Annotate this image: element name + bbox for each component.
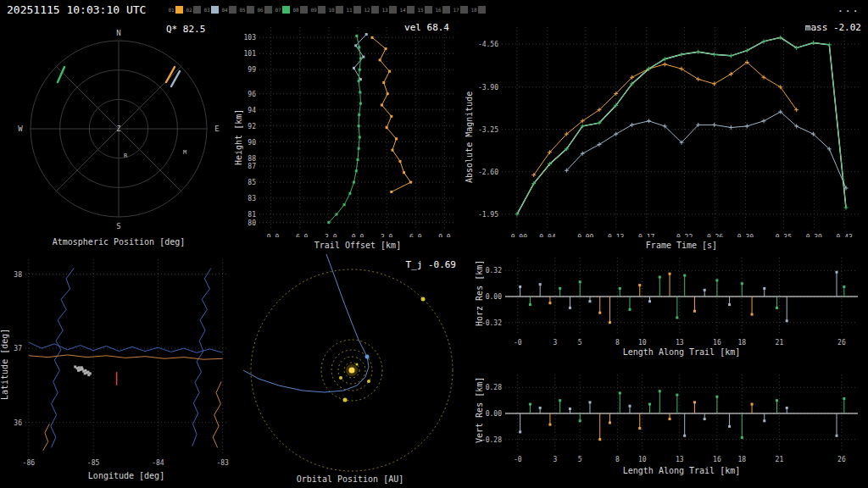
svg-text:M: M <box>183 149 186 156</box>
station-toggle-10[interactable]: 10 <box>328 3 346 15</box>
station-number-label: 14 <box>399 7 405 13</box>
station-toggle-01[interactable]: 01 <box>168 3 186 15</box>
svg-text:0.32: 0.32 <box>486 267 502 274</box>
meteoroid-marker <box>365 355 370 359</box>
horz-res-xlabel: Length Along Trail [km] <box>505 347 858 357</box>
station-toggle-15[interactable]: 15 <box>417 3 435 15</box>
svg-text:-1.95: -1.95 <box>478 211 498 219</box>
jupiter-marker <box>421 297 426 302</box>
svg-text:21: 21 <box>776 339 784 347</box>
sky-polar-plot: NESWZRM <box>7 20 236 232</box>
svg-text:94: 94 <box>248 107 256 114</box>
station-color-swatch <box>478 6 486 14</box>
svg-text:-9.0: -9.0 <box>263 234 279 237</box>
svg-text:3.0: 3.0 <box>381 234 393 237</box>
svg-text:10: 10 <box>638 456 647 463</box>
svg-text:103: 103 <box>244 34 256 42</box>
svg-text:6.0: 6.0 <box>409 234 422 237</box>
magnitude-xlabel: Frame Time [s] <box>502 241 861 250</box>
svg-text:N: N <box>116 29 120 37</box>
svg-text:18: 18 <box>737 456 746 463</box>
svg-text:-84: -84 <box>152 459 164 466</box>
svg-text:-85: -85 <box>87 459 100 466</box>
station-color-swatch <box>442 6 450 14</box>
station-toggle-12[interactable]: 12 <box>364 3 381 15</box>
svg-text:0.35: 0.35 <box>776 234 792 237</box>
svg-text:-0: -0 <box>514 456 522 463</box>
svg-text:99: 99 <box>248 66 256 74</box>
map-series-river-west <box>51 269 74 448</box>
svg-text:-2.60: -2.60 <box>478 169 498 176</box>
svg-text:85: 85 <box>248 179 256 186</box>
svg-text:0.30: 0.30 <box>737 234 754 237</box>
trail-offset-ylabel: Height [km] <box>234 53 243 222</box>
vert_res-tick-labels: -03581013161821260.280.00-0.28 <box>481 384 846 463</box>
orbit-title: Orbital Position [AU] <box>237 474 463 484</box>
station-number-label: 17 <box>453 7 459 13</box>
map-series-station-positions <box>74 365 92 376</box>
station-toggle-04[interactable]: 04 <box>221 3 239 15</box>
svg-text:-3.0: -3.0 <box>320 234 337 237</box>
station-number-label: 11 <box>346 7 352 13</box>
trail_offset-grid <box>259 27 456 230</box>
station-color-swatch <box>318 6 326 14</box>
svg-text:21: 21 <box>776 456 784 463</box>
overflow-menu-button[interactable]: ... <box>837 2 860 14</box>
svg-text:S: S <box>116 222 120 230</box>
svg-text:0.26: 0.26 <box>707 234 723 237</box>
svg-text:-6.0: -6.0 <box>292 234 308 237</box>
station-toggle-05[interactable]: 05 <box>239 3 257 15</box>
ground-map-plot: -86-85-84-83383736 <box>14 254 232 466</box>
svg-text:0.39: 0.39 <box>806 234 822 237</box>
svg-text:38: 38 <box>14 271 22 279</box>
svg-text:-3.25: -3.25 <box>478 126 498 134</box>
sky-position-panel: Q* 82.5 NESWZRM Atmospheric Position [de… <box>0 19 237 254</box>
sky-plot-title: Atmospheric Position [deg] <box>13 237 225 247</box>
station-toggle-09[interactable]: 09 <box>310 3 328 15</box>
station-number-label: 12 <box>364 7 370 13</box>
vertical-residuals-panel: Vert Res [km] -03581013161821260.280.00-… <box>463 368 868 488</box>
station-toggle-03[interactable]: 03 <box>203 3 221 15</box>
station-toggle-07[interactable]: 07 <box>275 3 292 15</box>
horz-res-plot: -03581013161821260.320.00-0.32 <box>471 251 865 354</box>
svg-text:90: 90 <box>248 139 256 147</box>
svg-text:-0.28: -0.28 <box>481 436 502 444</box>
station-number-label: 09 <box>310 7 316 13</box>
map-ylabel: Latitude [deg] <box>0 288 9 441</box>
station-color-swatch <box>300 6 308 14</box>
svg-text:0.28: 0.28 <box>486 384 502 391</box>
station-toggle-06[interactable]: 06 <box>257 3 275 15</box>
station-toggle-18[interactable]: 18 <box>470 3 488 15</box>
station-number-label: 05 <box>239 7 245 13</box>
station-toggle-17[interactable]: 17 <box>453 3 470 15</box>
svg-text:101: 101 <box>244 50 256 58</box>
station-toggle-11[interactable]: 11 <box>346 3 364 15</box>
horz_res-series-residuals <box>519 271 845 324</box>
svg-text:83: 83 <box>248 195 256 202</box>
svg-text:18: 18 <box>737 339 746 347</box>
station-number-label: 03 <box>203 7 209 13</box>
svg-text:E: E <box>214 125 219 133</box>
svg-text:9.0: 9.0 <box>438 234 451 237</box>
map-xlabel: Longitude [deg] <box>25 471 227 480</box>
station-toggle-16[interactable]: 16 <box>435 3 453 15</box>
station-toggle-02[interactable]: 02 <box>186 3 203 15</box>
station-number-label: 08 <box>292 7 298 13</box>
svg-text:26: 26 <box>837 456 846 463</box>
station-toggle-14[interactable]: 14 <box>399 3 417 15</box>
utc-timestamp: 20251115 10:03:10 UTC <box>7 3 146 16</box>
svg-text:81: 81 <box>248 211 256 219</box>
orbit-panel: T_j -0.69 Orbital Position [AU] <box>237 254 463 488</box>
trail-offset-xlabel: Trail Offset [km] <box>259 241 456 250</box>
svg-text:-86: -86 <box>23 459 36 466</box>
station-number-label: 07 <box>275 7 281 13</box>
station-number-label: 13 <box>381 7 387 13</box>
station-color-swatch <box>353 6 361 14</box>
svg-text:80: 80 <box>248 219 256 227</box>
station-color-swatch <box>407 6 415 14</box>
station-toggle-08[interactable]: 08 <box>292 3 310 15</box>
station-number-label: 16 <box>435 7 441 13</box>
station-toggle-13[interactable]: 13 <box>381 3 399 15</box>
station-color-swatch <box>425 6 432 14</box>
station-color-swatch <box>282 6 290 14</box>
